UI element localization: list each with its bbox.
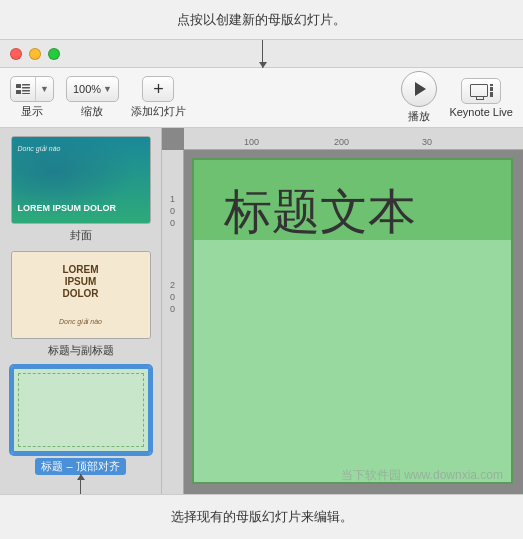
watermark: 当下软件园 www.downxia.com (341, 467, 503, 484)
zoom-label: 缩放 (81, 104, 103, 119)
watermark-text: 当下软件园 www.downxia.com (341, 468, 503, 482)
view-label: 显示 (21, 104, 43, 119)
keynote-live-label: Keynote Live (449, 106, 513, 118)
view-dropdown-arrow[interactable]: ▼ (36, 77, 53, 101)
canvas-title: 标题文本 (224, 180, 416, 244)
canvas-area: 100 200 30 100 200 标题文本 (162, 128, 523, 494)
zoom-chevron: ▼ (103, 84, 112, 94)
view-icon (11, 77, 36, 101)
slide-1-preview: Donc giải nào LOREM IPSUM DOLOR (11, 136, 151, 224)
add-slide-button[interactable]: + (142, 76, 174, 102)
play-icon (415, 82, 426, 96)
signal-icon (490, 84, 493, 97)
ruler-mark-100: 100 (244, 137, 259, 147)
ruler-mark-v-100: 100 (168, 194, 178, 230)
ruler-mark-200: 200 (334, 137, 349, 147)
bottom-annotation-line (80, 474, 81, 494)
top-annotation-text: 点按以创建新的母版幻灯片。 (177, 11, 346, 29)
keynote-live-group[interactable]: Keynote Live (449, 78, 513, 118)
slide-thumb-3[interactable]: 标题 – 顶部对齐 (11, 366, 151, 475)
svg-rect-4 (22, 90, 30, 92)
slide-3-preview (11, 366, 151, 454)
play-label: 播放 (408, 109, 430, 124)
ruler-top: 100 200 30 (184, 128, 523, 150)
zoom-group: 100% ▼ 缩放 (66, 76, 119, 119)
slide-2-label: 标题与副标题 (48, 343, 114, 358)
svg-rect-3 (16, 90, 21, 94)
slide2-title-text: LOREM IPSUMDOLOR (46, 264, 115, 300)
main-area: Donc giải nào LOREM IPSUM DOLOR 封面 LOREM… (0, 128, 523, 494)
svg-rect-0 (16, 84, 21, 88)
view-control[interactable]: ▼ (10, 76, 54, 102)
monitor-icon (470, 84, 488, 97)
add-slide-group: + 添加幻灯片 (131, 76, 186, 119)
slide-3-label: 标题 – 顶部对齐 (35, 458, 125, 475)
slide-panel[interactable]: Donc giải nào LOREM IPSUM DOLOR 封面 LOREM… (0, 128, 162, 494)
slide-thumb-2[interactable]: LOREM IPSUMDOLOR Donc giải nào 标题与副标题 (11, 251, 151, 358)
view-group: ▼ 显示 (10, 76, 54, 119)
toolbar: ▼ 显示 100% ▼ 缩放 + 添加幻灯片 播放 (0, 68, 523, 128)
ruler-mark-300: 30 (422, 137, 432, 147)
slide-thumb-1[interactable]: Donc giải nào LOREM IPSUM DOLOR 封面 (11, 136, 151, 243)
minimize-button[interactable] (29, 48, 41, 60)
slide2-subtitle-text: Donc giải nào (59, 318, 102, 326)
play-button[interactable] (401, 71, 437, 107)
close-button[interactable] (10, 48, 22, 60)
bottom-annotation-text: 选择现有的母版幻灯片来编辑。 (171, 508, 353, 526)
slide3-dashed-border (18, 373, 144, 447)
top-annotation-line (262, 40, 263, 68)
bottom-annotation: 选择现有的母版幻灯片来编辑。 (0, 494, 523, 539)
slide-1-label: 封面 (70, 228, 92, 243)
keynote-live-icon (461, 78, 501, 104)
ruler-mark-v-200: 200 (168, 280, 178, 316)
maximize-button[interactable] (48, 48, 60, 60)
slide-canvas[interactable]: 标题文本 (192, 158, 513, 484)
top-annotation: 点按以创建新的母版幻灯片。 (0, 0, 523, 40)
slide1-title: LOREM IPSUM DOLOR (18, 203, 117, 213)
ruler-left: 100 200 (162, 150, 184, 494)
zoom-value: 100% (73, 83, 101, 95)
slide1-italic-text: Donc giải nào (18, 145, 61, 153)
slide-2-preview: LOREM IPSUMDOLOR Donc giải nào (11, 251, 151, 339)
play-group: 播放 (401, 71, 437, 124)
svg-rect-1 (22, 84, 30, 86)
svg-rect-2 (22, 87, 30, 89)
add-slide-label: 添加幻灯片 (131, 104, 186, 119)
svg-rect-5 (22, 93, 30, 94)
zoom-control[interactable]: 100% ▼ (66, 76, 119, 102)
